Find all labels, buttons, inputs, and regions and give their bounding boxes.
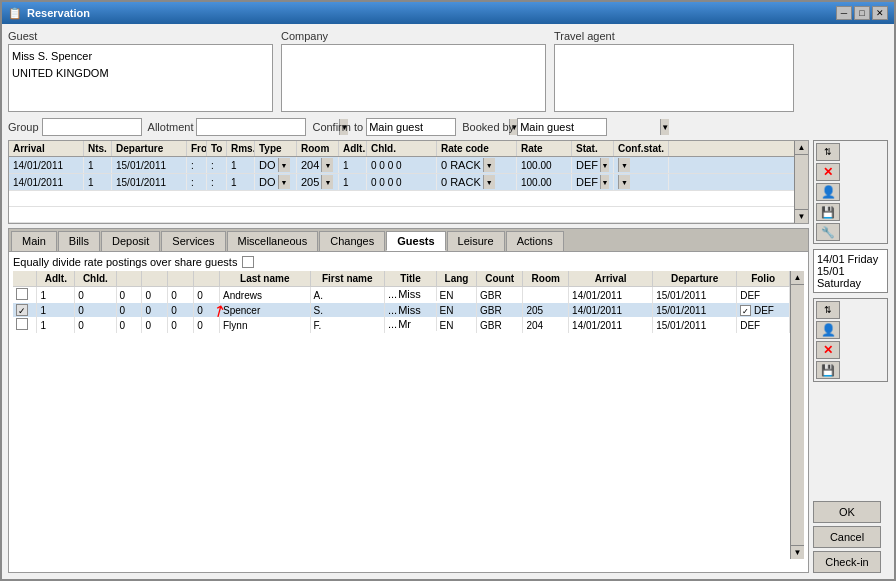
minimize-button[interactable]: ─ bbox=[836, 6, 852, 20]
guest-person-btn[interactable]: 👤 bbox=[816, 321, 840, 339]
guest-row-andrews[interactable]: 1 0 0 0 0 0 Andrews A. bbox=[13, 287, 790, 304]
booking-tools-btn[interactable]: 🔧 bbox=[816, 223, 840, 241]
booking-row-1[interactable]: 14/01/2011 1 15/01/2011 : : 1 DO▼ 204▼ bbox=[9, 157, 794, 174]
td-departure-1: 15/01/2011 bbox=[112, 157, 187, 173]
guest-row-flynn[interactable]: 1 0 0 0 0 0 Flynn F. bbox=[13, 317, 790, 333]
tab-actions[interactable]: Actions bbox=[506, 231, 564, 251]
stat-dropdown-1[interactable]: ▼ bbox=[600, 158, 609, 172]
booking-row-2[interactable]: 14/01/2011 1 15/01/2011 : : 1 DO▼ 205▼ bbox=[9, 174, 794, 191]
tab-miscellaneous[interactable]: Miscellaneous bbox=[227, 231, 319, 251]
td-arrival-andrews: 14/01/2011 bbox=[569, 287, 653, 304]
booking-action-buttons: ⇅ ✕ 👤 💾 🔧 bbox=[813, 140, 888, 244]
travel-agent-input[interactable] bbox=[554, 44, 794, 112]
tab-guests[interactable]: Guests bbox=[386, 231, 445, 251]
guest-empty-row-1 bbox=[13, 333, 790, 349]
th-to: To bbox=[207, 141, 227, 156]
travel-agent-label: Travel agent bbox=[554, 30, 794, 42]
guest-row-spencer[interactable]: ✓ 1 0 0 0 0 0 bbox=[13, 303, 790, 317]
checkbox-flynn[interactable] bbox=[16, 318, 28, 330]
scroll-down-btn[interactable]: ▼ bbox=[795, 209, 808, 223]
divide-checkbox[interactable] bbox=[242, 256, 254, 268]
guests-scrollbar[interactable]: ▲ ▼ bbox=[790, 271, 804, 559]
folio-checkbox-spencer[interactable]: ✓ bbox=[740, 305, 751, 316]
room-dropdown-1[interactable]: ▼ bbox=[321, 158, 333, 172]
td-checkbox-flynn[interactable] bbox=[13, 317, 37, 333]
title-bar-title: 📋 Reservation bbox=[8, 7, 90, 20]
td-last-andrews: Andrews bbox=[220, 287, 311, 304]
booking-scrollbar[interactable]: ▲ ▼ bbox=[794, 141, 808, 223]
tab-deposit[interactable]: Deposit bbox=[101, 231, 160, 251]
tab-bills[interactable]: Bills bbox=[58, 231, 100, 251]
th-rate: Rate bbox=[517, 141, 572, 156]
tab-changes[interactable]: Changes bbox=[319, 231, 385, 251]
rate-code-dropdown-1[interactable]: ▼ bbox=[483, 158, 495, 172]
booking-reorder-btn[interactable]: ⇅ bbox=[816, 143, 840, 161]
guests-scroll-down[interactable]: ▼ bbox=[791, 545, 804, 559]
td-last-flynn: Flynn bbox=[220, 317, 311, 333]
room-dropdown-2[interactable]: ▼ bbox=[321, 175, 333, 189]
th-last-name: Last name bbox=[220, 271, 311, 287]
td-arrival-flynn: 14/01/2011 bbox=[569, 317, 653, 333]
guests-header-row-tr: Adlt. Chld. Last name First name bbox=[13, 271, 790, 287]
td-rate-1: 100.00 bbox=[517, 157, 572, 173]
cancel-button[interactable]: Cancel bbox=[813, 526, 881, 548]
bottom-action-buttons: OK Cancel Check-in bbox=[813, 501, 888, 573]
booking-table-header: Arrival Nts. Departure From To Rms. Type… bbox=[9, 141, 794, 157]
td-room-andrews bbox=[523, 287, 569, 304]
guest-save-btn[interactable]: 💾 bbox=[816, 361, 840, 379]
td-to-2: : bbox=[207, 174, 227, 190]
guest-input[interactable]: Miss S. SpencerUNITED KINGDOM bbox=[8, 44, 273, 112]
td-c4-andrews: 0 bbox=[168, 287, 194, 304]
maximize-button[interactable]: □ bbox=[854, 6, 870, 20]
guests-panel: Equally divide rate postings over share … bbox=[9, 252, 808, 572]
close-button[interactable]: ✕ bbox=[872, 6, 888, 20]
window-title: Reservation bbox=[27, 7, 90, 19]
th-from: From bbox=[187, 141, 207, 156]
td-title-spencer: ...Miss bbox=[385, 303, 437, 317]
guests-table: Adlt. Chld. Last name First name bbox=[13, 271, 790, 413]
company-group: Company bbox=[281, 30, 546, 112]
td-rate-2: 100.00 bbox=[517, 174, 572, 190]
tab-main[interactable]: Main bbox=[11, 231, 57, 251]
td-c2-spencer: 0 bbox=[116, 303, 142, 317]
checkbox-spencer[interactable]: ✓ bbox=[16, 304, 28, 316]
guests-header-row: Equally divide rate postings over share … bbox=[13, 256, 804, 268]
td-room-2: 205▼ bbox=[297, 174, 339, 190]
conf-stat-dropdown-1[interactable]: ▼ bbox=[618, 158, 630, 172]
stat-dropdown-2[interactable]: ▼ bbox=[600, 175, 609, 189]
guest-red-x-btn[interactable]: ✕ bbox=[816, 341, 840, 359]
conf-stat-dropdown-2[interactable]: ▼ bbox=[618, 175, 630, 189]
check-in-button[interactable]: Check-in bbox=[813, 551, 881, 573]
checkbox-andrews[interactable] bbox=[16, 288, 28, 300]
divide-label: Equally divide rate postings over share … bbox=[13, 256, 237, 268]
company-input[interactable] bbox=[281, 44, 546, 112]
guests-scroll-up[interactable]: ▲ bbox=[791, 271, 804, 285]
td-c2-flynn: 0 bbox=[116, 317, 142, 333]
tab-leisure[interactable]: Leisure bbox=[447, 231, 505, 251]
rate-code-dropdown-2[interactable]: ▼ bbox=[483, 175, 495, 189]
td-folio-flynn: DEF bbox=[737, 317, 790, 333]
td-departure-andrews: 15/01/2011 bbox=[653, 287, 737, 304]
td-c4-spencer: 0 bbox=[168, 303, 194, 317]
td-folio-andrews: DEF bbox=[737, 287, 790, 304]
td-adlt-2: 1 bbox=[339, 174, 367, 190]
td-checkbox-spencer[interactable]: ✓ bbox=[13, 303, 37, 317]
th-type: Type bbox=[255, 141, 297, 156]
td-first-flynn: F. bbox=[310, 317, 384, 333]
booking-person-btn[interactable]: 👤 bbox=[816, 183, 840, 201]
booking-red-x-btn[interactable]: ✕ bbox=[816, 163, 840, 181]
scroll-up-btn[interactable]: ▲ bbox=[795, 141, 808, 155]
group-input[interactable] bbox=[42, 118, 142, 136]
booked-by-dropdown[interactable]: ▼ bbox=[660, 119, 669, 135]
ok-button[interactable]: OK bbox=[813, 501, 881, 523]
guest-reorder-btn[interactable]: ⇅ bbox=[816, 301, 840, 319]
tab-services[interactable]: Services bbox=[161, 231, 225, 251]
th-count: Count bbox=[477, 271, 523, 287]
type-dropdown-1[interactable]: ▼ bbox=[278, 158, 290, 172]
booked-by-input[interactable] bbox=[518, 119, 660, 135]
td-checkbox-andrews[interactable] bbox=[13, 287, 37, 304]
td-stat-1: DEF▼ bbox=[572, 157, 614, 173]
booking-save-btn[interactable]: 💾 bbox=[816, 203, 840, 221]
td-from-1: : bbox=[187, 157, 207, 173]
type-dropdown-2[interactable]: ▼ bbox=[278, 175, 290, 189]
